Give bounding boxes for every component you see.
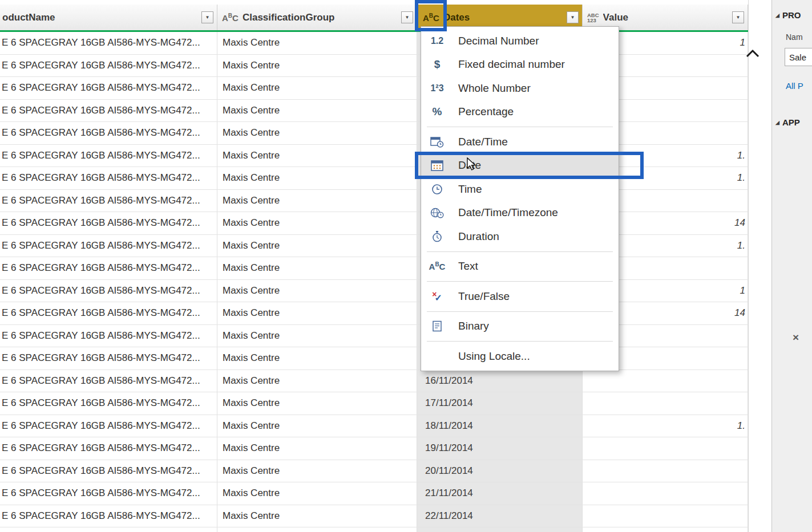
cell-value[interactable] (583, 370, 748, 392)
menu-item-datetime[interactable]: Date/Time (421, 130, 619, 154)
cell-classificationgroup[interactable]: Maxis Centre (217, 370, 417, 392)
query-name-input[interactable] (785, 48, 812, 66)
cell-classificationgroup[interactable]: Maxis Centre (217, 122, 417, 144)
cell-classificationgroup[interactable]: Maxis Centre (217, 190, 417, 212)
date-icon (426, 160, 449, 171)
cell-productname[interactable]: E 6 SPACEGRAY 16GB AI586-MYS-MG472... (0, 100, 217, 122)
cell-classificationgroup[interactable]: Maxis Centre (217, 437, 417, 460)
menu-item-percentage[interactable]: % Percentage (421, 100, 619, 124)
menu-item-time[interactable]: Time (421, 177, 619, 201)
cell-classificationgroup[interactable]: Maxis Centre (217, 325, 417, 347)
cell-productname[interactable]: E 6 SPACEGRAY 16GB AI586-MYS-MG472... (0, 505, 217, 527)
cell-productname[interactable]: E 6 SPACEGRAY 16GB AI586-MYS-MG472... (0, 370, 217, 392)
properties-section-header[interactable]: ◢ PRO (775, 10, 801, 20)
cell-classificationgroup[interactable]: Maxis Centre (217, 167, 417, 189)
menu-item-date[interactable]: Date (421, 154, 619, 178)
cell-classificationgroup[interactable]: Maxis Centre (217, 460, 417, 482)
table-header-row: oductName ▼ ABC ClassificationGroup ▼ AB… (0, 5, 748, 30)
menu-item-whole-number[interactable]: 1²3 Whole Number (421, 76, 619, 100)
table-row: E 6 SPACEGRAY 16GB AI586-MYS-MG472... Ma… (0, 370, 748, 393)
cell-productname[interactable]: E 6 SPACEGRAY 16GB AI586-MYS-MG472... (0, 167, 217, 189)
cell-dates[interactable]: 16/11/2014 (417, 370, 583, 392)
cell-classificationgroup[interactable]: Maxis Centre (217, 505, 417, 527)
cell-productname[interactable]: E 6 SPACEGRAY 16GB AI586-MYS-MG472... (0, 190, 217, 212)
table-row: E 6 SPACEGRAY 16GB AI586-MYS-MG472... Ma… (0, 505, 748, 528)
cell-productname[interactable]: E 6 SPACEGRAY 16GB AI586-MYS-MG472... (0, 235, 217, 257)
cell-classificationgroup[interactable]: Maxis Centre (217, 392, 417, 415)
menu-item-fixed-decimal[interactable]: $ Fixed decimal number (421, 53, 619, 77)
name-label: Nam (786, 33, 803, 42)
classificationgroup-filter-button[interactable]: ▼ (401, 11, 413, 23)
menu-item-decimal-number[interactable]: 1.2 Decimal Number (421, 29, 619, 53)
cell-classificationgroup[interactable]: Maxis Centre (217, 77, 417, 99)
cell-productname[interactable]: E 6 SPACEGRAY 16GB AI586-MYS-MG472... (0, 257, 217, 279)
cell-productname[interactable]: E 6 SPACEGRAY 16GB AI586-MYS-MG472... (0, 280, 217, 302)
all-properties-link[interactable]: All P (786, 81, 803, 91)
menu-item-text[interactable]: ABC Text (421, 255, 619, 279)
value-filter-button[interactable]: ▼ (732, 11, 744, 23)
properties-header-label: PRO (782, 10, 801, 20)
productname-filter-button[interactable]: ▼ (201, 11, 213, 23)
cell-value[interactable] (583, 460, 748, 482)
cell-classificationgroup[interactable]: Maxis Centre (217, 527, 417, 532)
cell-productname[interactable]: E 6 SPACEGRAY 16GB AI586-MYS-MG472... (0, 32, 217, 54)
cell-productname[interactable]: E 6 SPACEGRAY 16GB AI586-MYS-MG472... (0, 460, 217, 482)
cell-productname[interactable]: E 6 SPACEGRAY 16GB AI586-MYS-MG472... (0, 527, 217, 532)
cell-dates[interactable]: 21/11/2014 (417, 482, 583, 505)
cell-value[interactable] (583, 392, 748, 415)
table-row: E 6 SPACEGRAY 16GB AI586-MYS-MG472... Ma… (0, 190, 748, 213)
cell-classificationgroup[interactable]: Maxis Centre (217, 32, 417, 54)
cell-classificationgroup[interactable]: Maxis Centre (217, 145, 417, 167)
cell-dates[interactable]: 17/11/2014 (417, 392, 583, 415)
column-header-classificationgroup[interactable]: ABC ClassificationGroup ▼ (217, 5, 417, 30)
cell-productname[interactable]: E 6 SPACEGRAY 16GB AI586-MYS-MG472... (0, 347, 217, 369)
menu-item-datetimetimezone[interactable]: Date/Time/Timezone (421, 201, 619, 225)
menu-item-binary[interactable]: Binary (421, 315, 619, 339)
dates-filter-button[interactable]: ▼ (567, 11, 579, 23)
cell-productname[interactable]: E 6 SPACEGRAY 16GB AI586-MYS-MG472... (0, 212, 217, 234)
query-settings-panel: ◢ PRO Nam All P ◢ APP × (771, 0, 812, 532)
cell-classificationgroup[interactable]: Maxis Centre (217, 257, 417, 279)
cell-classificationgroup[interactable]: Maxis Centre (217, 100, 417, 122)
column-header-productname[interactable]: oductName ▼ (0, 5, 217, 30)
cell-value[interactable] (583, 527, 748, 532)
cell-dates[interactable]: 19/11/2014 (417, 437, 583, 460)
table-vertical-scrollbar[interactable] (748, 0, 771, 532)
cell-classificationgroup[interactable]: Maxis Centre (217, 280, 417, 302)
cell-productname[interactable]: E 6 SPACEGRAY 16GB AI586-MYS-MG472... (0, 437, 217, 460)
cell-dates[interactable]: 22/11/2014 (417, 505, 583, 527)
table-row: E 6 SPACEGRAY 16GB AI586-MYS-MG472... Ma… (0, 212, 748, 235)
menu-item-duration[interactable]: Duration (421, 225, 619, 249)
decimal-number-icon: 1.2 (426, 36, 449, 46)
menu-item-truefalse[interactable]: ×✓ True/False (421, 285, 619, 308)
cell-productname[interactable]: E 6 SPACEGRAY 16GB AI586-MYS-MG472... (0, 122, 217, 144)
cell-classificationgroup[interactable]: Maxis Centre (217, 235, 417, 257)
cell-classificationgroup[interactable]: Maxis Centre (217, 212, 417, 234)
cell-dates[interactable]: 23/11/2014 (417, 527, 583, 532)
cell-productname[interactable]: E 6 SPACEGRAY 16GB AI586-MYS-MG472... (0, 415, 217, 437)
table-row: E 6 SPACEGRAY 16GB AI586-MYS-MG472... Ma… (0, 145, 748, 168)
cell-value[interactable] (583, 505, 748, 527)
delete-step-icon[interactable]: × (793, 332, 799, 343)
cell-productname[interactable]: E 6 SPACEGRAY 16GB AI586-MYS-MG472... (0, 392, 217, 415)
scroll-up-arrow-icon[interactable] (745, 48, 760, 59)
cell-dates[interactable]: 20/11/2014 (417, 460, 583, 482)
cell-classificationgroup[interactable]: Maxis Centre (217, 415, 417, 437)
cell-value[interactable] (583, 437, 748, 460)
cell-classificationgroup[interactable]: Maxis Centre (217, 482, 417, 505)
cell-productname[interactable]: E 6 SPACEGRAY 16GB AI586-MYS-MG472... (0, 302, 217, 324)
cell-productname[interactable]: E 6 SPACEGRAY 16GB AI586-MYS-MG472... (0, 145, 217, 167)
cell-classificationgroup[interactable]: Maxis Centre (217, 347, 417, 369)
cell-value[interactable]: 1. (583, 415, 748, 437)
menu-item-using-locale[interactable]: Using Locale... (421, 344, 619, 368)
cell-value[interactable] (583, 482, 748, 505)
cell-productname[interactable]: E 6 SPACEGRAY 16GB AI586-MYS-MG472... (0, 482, 217, 505)
cell-classificationgroup[interactable]: Maxis Centre (217, 302, 417, 324)
text-type-icon-dates[interactable]: ABC (423, 13, 439, 23)
cell-productname[interactable]: E 6 SPACEGRAY 16GB AI586-MYS-MG472... (0, 325, 217, 347)
applied-steps-section-header[interactable]: ◢ APP (775, 117, 800, 127)
cell-productname[interactable]: E 6 SPACEGRAY 16GB AI586-MYS-MG472... (0, 77, 217, 99)
cell-productname[interactable]: E 6 SPACEGRAY 16GB AI586-MYS-MG472... (0, 55, 217, 77)
cell-classificationgroup[interactable]: Maxis Centre (217, 55, 417, 77)
cell-dates[interactable]: 18/11/2014 (417, 415, 583, 437)
